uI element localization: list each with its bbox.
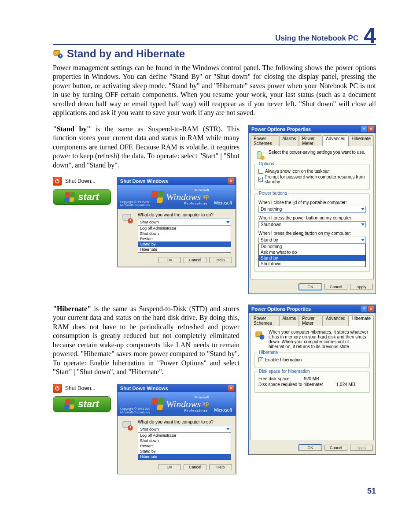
power-buttons-fieldset: Power buttons When I close the lid of my…	[254, 193, 370, 272]
close-icon[interactable]: ×	[228, 178, 234, 184]
tab-power-schemes[interactable]: Power Schemes	[251, 315, 279, 326]
power-options-dialog-advanced: Power Options Properties ? × Power Schem…	[248, 125, 376, 294]
start-label: start	[78, 191, 99, 203]
power-icon	[53, 384, 62, 393]
list-item[interactable]: Stand by	[138, 241, 231, 247]
free-disk-value: 920 MB	[304, 376, 319, 381]
cancel-button[interactable]: Cancel	[184, 464, 206, 470]
list-item[interactable]: Do nothing	[259, 244, 365, 249]
shutdown-action-list[interactable]: Log off Administrator Shut down Restart …	[138, 226, 231, 253]
hibernate-paragraph: "Hibernate" is the same as Suspend-to-Di…	[53, 305, 239, 377]
svg-rect-12	[57, 386, 58, 388]
svg-rect-9	[258, 151, 260, 152]
enable-hibernation-checkbox[interactable]	[258, 357, 263, 362]
help-button[interactable]: Help	[209, 464, 232, 470]
svg-point-10	[260, 156, 265, 160]
shutdown-dialog-icon	[122, 212, 133, 224]
tab-hibernate[interactable]: Hibernate	[349, 315, 374, 326]
advanced-intro: Select the power-saving settings you wan…	[269, 150, 365, 160]
dialog-title: Shut Down Windows	[120, 178, 168, 184]
list-item[interactable]: Shut down	[138, 231, 231, 236]
ok-button[interactable]: OK	[158, 257, 181, 263]
list-item[interactable]: Stand by	[138, 449, 231, 454]
chevron-down-icon	[361, 208, 365, 210]
intro-paragraph: Power management settings can be found i…	[53, 63, 376, 118]
required-disk-label: Disk space required to hibernate:	[258, 382, 323, 387]
apply-button[interactable]: Apply	[350, 284, 373, 290]
header-divider	[53, 44, 376, 45]
cancel-button[interactable]: Cancel	[184, 257, 206, 263]
page-title: Stand by and Hibernate	[67, 48, 185, 60]
tab-advanced[interactable]: Advanced	[323, 315, 348, 326]
tab-hibernate[interactable]: Hibernate	[349, 135, 374, 146]
shutdown-action-select[interactable]: Shut down	[138, 426, 231, 433]
tab-power-meter[interactable]: Power Meter	[299, 315, 323, 326]
cancel-button[interactable]: Cancel	[324, 284, 347, 290]
sleep-button-dropdown[interactable]: Do nothing Ask me what to do Stand by Sh…	[258, 244, 366, 267]
chevron-down-icon	[226, 428, 230, 430]
always-show-icon-checkbox[interactable]	[258, 169, 263, 174]
close-icon[interactable]: ×	[368, 126, 374, 132]
dialog-title: Power Options Properties	[251, 126, 311, 132]
section-title: Using the Notebook PC	[275, 34, 358, 43]
battery-icon	[254, 150, 265, 160]
svg-rect-2	[60, 55, 61, 56]
start-button[interactable]: start	[53, 396, 111, 412]
power-management-icon	[53, 48, 63, 59]
shutdown-action-list[interactable]: Log off Administrator Shut down Restart …	[138, 433, 231, 460]
ok-button[interactable]: OK	[299, 284, 322, 290]
tab-strip: Power Schemes Alarms Power Meter Advance…	[249, 133, 376, 146]
hibernate-icon	[254, 330, 265, 340]
help-icon[interactable]: ?	[361, 126, 367, 132]
tab-alarms[interactable]: Alarms	[279, 135, 299, 146]
tab-advanced[interactable]: Advanced	[323, 135, 348, 146]
disk-space-fieldset: Disk space for hibernation Free disk spa…	[254, 372, 370, 393]
power-button-select[interactable]: Shut down	[258, 221, 366, 228]
shutdown-label: Shut Down...	[65, 178, 96, 184]
lid-label: When I close the lid of my portable comp…	[258, 200, 366, 205]
shutdown-label: Shut Down...	[65, 385, 96, 391]
start-label: start	[78, 398, 99, 410]
chapter-number: 4	[364, 25, 376, 47]
cancel-button[interactable]: Cancel	[324, 445, 347, 451]
shutdown-dialog-icon	[122, 420, 133, 431]
page-number: 51	[367, 487, 376, 496]
list-item[interactable]: Restart	[138, 443, 231, 449]
standby-block: "Stand by" is the same as Suspend-to-RAM…	[53, 125, 376, 294]
windows-logo-icon	[64, 399, 75, 409]
lid-action-select[interactable]: Do nothing	[258, 206, 366, 213]
prompt-password-checkbox[interactable]	[258, 177, 263, 182]
tab-strip: Power Schemes Alarms Power Meter Advance…	[249, 313, 376, 326]
shutdown-menu-item[interactable]: Shut Down...	[53, 177, 111, 186]
list-item[interactable]: Shut down	[259, 261, 365, 267]
help-icon[interactable]: ?	[361, 306, 367, 312]
windows-xp-banner: Copyright © 1985-2001 Microsoft Corporat…	[118, 392, 236, 416]
shutdown-action-select[interactable]: Shut down	[138, 219, 231, 226]
list-item[interactable]: Shut down	[138, 438, 231, 443]
windows-xp-banner: Copyright © 1985-2001 Microsoft Corporat…	[118, 185, 236, 209]
help-button[interactable]: Help	[209, 257, 232, 263]
dialog-title: Shut Down Windows	[120, 386, 168, 391]
close-icon[interactable]: ×	[228, 385, 234, 391]
tab-power-meter[interactable]: Power Meter	[299, 135, 323, 146]
options-fieldset: Options Always show icon on the taskbar …	[254, 164, 370, 190]
list-item[interactable]: Ask me what to do	[259, 249, 365, 255]
hibernate-intro: When your computer hibernates, it stores…	[269, 330, 370, 349]
tab-alarms[interactable]: Alarms	[279, 315, 299, 326]
list-item[interactable]: Stand by	[259, 255, 365, 261]
list-item[interactable]: Restart	[138, 236, 231, 241]
hibernate-fieldset: Hibernate Enable hibernation	[254, 353, 370, 368]
shutdown-windows-dialog: Shut Down Windows × Copyright © 1985-200…	[117, 384, 236, 474]
tab-power-schemes[interactable]: Power Schemes	[251, 135, 279, 146]
list-item[interactable]: Log off Administrator	[138, 226, 231, 231]
list-item[interactable]: Hibernate	[138, 247, 231, 252]
list-item[interactable]: Hibernate	[138, 454, 231, 459]
power-icon	[53, 177, 62, 186]
list-item[interactable]: Log off Administrator	[138, 433, 231, 438]
ok-button[interactable]: OK	[158, 464, 181, 470]
shutdown-menu-item[interactable]: Shut Down...	[53, 384, 111, 393]
close-icon[interactable]: ×	[368, 306, 374, 312]
sleep-button-select[interactable]: Stand by	[258, 237, 366, 244]
ok-button[interactable]: OK	[299, 445, 322, 451]
start-button[interactable]: start	[53, 189, 111, 205]
